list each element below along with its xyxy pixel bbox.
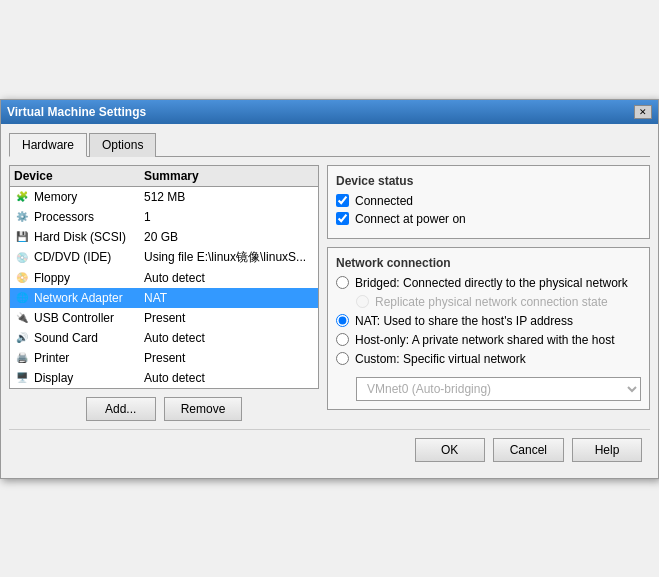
network-radio-group: Bridged: Connected directly to the physi…	[336, 276, 641, 401]
custom-label: Custom: Specific virtual network	[355, 352, 526, 366]
ok-button[interactable]: OK	[415, 438, 485, 462]
bridged-row: Bridged: Connected directly to the physi…	[336, 276, 641, 290]
table-row[interactable]: 🧩 Memory 512 MB	[10, 187, 318, 207]
network-connection-group: Network connection Bridged: Connected di…	[327, 247, 650, 410]
left-panel-buttons: Add... Remove	[9, 397, 319, 421]
device-summary-8: Present	[144, 351, 314, 365]
device-name-5: Network Adapter	[34, 291, 144, 305]
device-icon-0: 🧩	[14, 189, 30, 205]
device-name-6: USB Controller	[34, 311, 144, 325]
device-summary-3: Using file E:\linux镜像\linuxS...	[144, 249, 314, 266]
window-content: Hardware Options Device Summary 🧩 Memory…	[1, 124, 658, 478]
window-title: Virtual Machine Settings	[7, 105, 146, 119]
network-connection-title: Network connection	[336, 256, 641, 270]
device-icon-8: 🖨️	[14, 350, 30, 366]
device-name-7: Sound Card	[34, 331, 144, 345]
device-status-group: Device status Connected Connect at power…	[327, 165, 650, 239]
title-bar: Virtual Machine Settings ✕	[1, 100, 658, 124]
help-button[interactable]: Help	[572, 438, 642, 462]
device-rows: 🧩 Memory 512 MB ⚙️ Processors 1 💾 Hard D…	[10, 187, 318, 388]
nat-radio[interactable]	[336, 314, 349, 327]
device-icon-9: 🖥️	[14, 370, 30, 386]
device-name-2: Hard Disk (SCSI)	[34, 230, 144, 244]
device-icon-7: 🔊	[14, 330, 30, 346]
host-only-row: Host-only: A private network shared with…	[336, 333, 641, 347]
nat-row: NAT: Used to share the host's IP address	[336, 314, 641, 328]
custom-dropdown-row: VMnet0 (Auto-bridging)	[336, 377, 641, 401]
table-row[interactable]: ⚙️ Processors 1	[10, 207, 318, 227]
device-icon-1: ⚙️	[14, 209, 30, 225]
tab-hardware[interactable]: Hardware	[9, 133, 87, 157]
cancel-button[interactable]: Cancel	[493, 438, 564, 462]
device-table-header: Device Summary	[10, 166, 318, 187]
right-panel: Device status Connected Connect at power…	[327, 165, 650, 421]
device-summary-6: Present	[144, 311, 314, 325]
device-summary-4: Auto detect	[144, 271, 314, 285]
tab-options[interactable]: Options	[89, 133, 156, 157]
title-bar-controls: ✕	[634, 105, 652, 119]
device-summary-9: Auto detect	[144, 371, 314, 385]
bottom-buttons: OK Cancel Help	[9, 429, 650, 470]
device-name-3: CD/DVD (IDE)	[34, 250, 144, 264]
table-row[interactable]: 💾 Hard Disk (SCSI) 20 GB	[10, 227, 318, 247]
device-summary-7: Auto detect	[144, 331, 314, 345]
device-icon-6: 🔌	[14, 310, 30, 326]
add-button[interactable]: Add...	[86, 397, 156, 421]
device-name-1: Processors	[34, 210, 144, 224]
device-name-4: Floppy	[34, 271, 144, 285]
device-summary-5: NAT	[144, 291, 314, 305]
device-status-title: Device status	[336, 174, 641, 188]
host-only-label: Host-only: A private network shared with…	[355, 333, 614, 347]
virtual-machine-settings-window: Virtual Machine Settings ✕ Hardware Opti…	[0, 99, 659, 479]
connected-row: Connected	[336, 194, 641, 208]
bridged-radio[interactable]	[336, 276, 349, 289]
device-icon-3: 💿	[14, 249, 30, 265]
table-row[interactable]: 💿 CD/DVD (IDE) Using file E:\linux镜像\lin…	[10, 247, 318, 268]
connect-at-power-on-checkbox[interactable]	[336, 212, 349, 225]
table-row[interactable]: 📀 Floppy Auto detect	[10, 268, 318, 288]
close-button[interactable]: ✕	[634, 105, 652, 119]
replicate-label: Replicate physical network connection st…	[375, 295, 608, 309]
col-summary-header: Summary	[144, 169, 314, 183]
device-icon-5: 🌐	[14, 290, 30, 306]
device-icon-2: 💾	[14, 229, 30, 245]
table-row[interactable]: 🖨️ Printer Present	[10, 348, 318, 368]
replicate-row: Replicate physical network connection st…	[336, 295, 641, 309]
table-row[interactable]: 🔌 USB Controller Present	[10, 308, 318, 328]
custom-radio[interactable]	[336, 352, 349, 365]
device-icon-4: 📀	[14, 270, 30, 286]
device-summary-2: 20 GB	[144, 230, 314, 244]
table-row[interactable]: 🌐 Network Adapter NAT	[10, 288, 318, 308]
nat-label: NAT: Used to share the host's IP address	[355, 314, 573, 328]
table-row[interactable]: 🖥️ Display Auto detect	[10, 368, 318, 388]
device-table: Device Summary 🧩 Memory 512 MB ⚙️ Proces…	[9, 165, 319, 389]
device-summary-0: 512 MB	[144, 190, 314, 204]
device-name-9: Display	[34, 371, 144, 385]
device-summary-1: 1	[144, 210, 314, 224]
custom-row: Custom: Specific virtual network	[336, 352, 641, 366]
tab-bar: Hardware Options	[9, 132, 650, 157]
bridged-label: Bridged: Connected directly to the physi…	[355, 276, 628, 290]
connect-at-power-on-label: Connect at power on	[355, 212, 466, 226]
device-name-0: Memory	[34, 190, 144, 204]
replicate-radio[interactable]	[356, 295, 369, 308]
vmnet-dropdown[interactable]: VMnet0 (Auto-bridging)	[356, 377, 641, 401]
host-only-radio[interactable]	[336, 333, 349, 346]
col-device-header: Device	[14, 169, 144, 183]
main-area: Device Summary 🧩 Memory 512 MB ⚙️ Proces…	[9, 165, 650, 421]
connected-checkbox[interactable]	[336, 194, 349, 207]
connected-label: Connected	[355, 194, 413, 208]
remove-button[interactable]: Remove	[164, 397, 243, 421]
device-name-8: Printer	[34, 351, 144, 365]
table-row[interactable]: 🔊 Sound Card Auto detect	[10, 328, 318, 348]
left-panel: Device Summary 🧩 Memory 512 MB ⚙️ Proces…	[9, 165, 319, 421]
connect-at-power-on-row: Connect at power on	[336, 212, 641, 226]
